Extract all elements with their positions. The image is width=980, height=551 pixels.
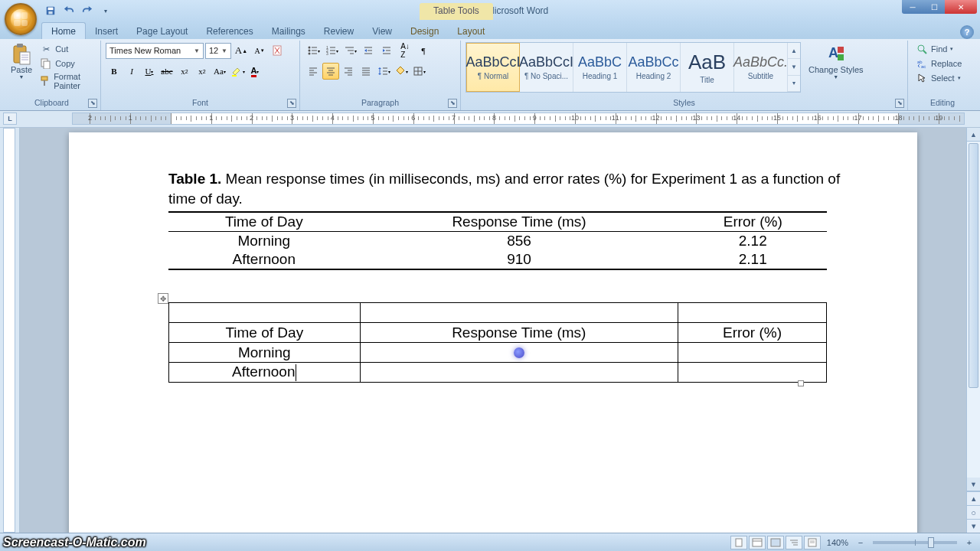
tab-view[interactable]: View	[363, 23, 401, 39]
show-marks-button[interactable]: ¶	[415, 42, 432, 59]
tab-page-layout[interactable]: Page Layout	[127, 23, 197, 39]
t1-header[interactable]: Response Time (ms)	[360, 212, 679, 232]
browse-object-button[interactable]: ○	[967, 505, 980, 519]
style-title[interactable]: AaBTitle	[681, 43, 734, 92]
increase-indent-button[interactable]	[378, 42, 395, 59]
vertical-ruler[interactable]	[0, 128, 20, 533]
web-layout-view[interactable]	[767, 536, 784, 549]
style-heading2[interactable]: AaBbCcHeading 2	[627, 43, 681, 92]
next-page-button[interactable]: ▾	[967, 519, 980, 533]
strikethrough-button[interactable]: abc	[158, 63, 175, 80]
table-2[interactable]: Time of DayResponse Time (ms)Error (%) M…	[168, 302, 827, 383]
maximize-button[interactable]: ☐	[923, 0, 945, 14]
svg-rect-12	[44, 80, 45, 86]
scroll-down-button[interactable]: ▼	[967, 478, 980, 491]
clipboard-launcher[interactable]: ⬊	[88, 99, 97, 108]
find-icon	[916, 43, 928, 55]
multilevel-list-button[interactable]: ▾	[341, 42, 358, 59]
table-1[interactable]: Time of Day Response Time (ms) Error (%)…	[168, 211, 827, 270]
align-center-button[interactable]	[322, 63, 339, 80]
font-launcher[interactable]: ⬊	[287, 99, 296, 108]
find-button[interactable]: Find ▾	[913, 42, 965, 56]
paragraph-launcher[interactable]: ⬊	[448, 99, 457, 108]
group-editing: Find ▾ abacReplace Select ▾ Editing	[908, 41, 977, 110]
decrease-indent-button[interactable]	[360, 42, 377, 59]
tab-mailings[interactable]: Mailings	[263, 23, 315, 39]
select-button[interactable]: Select ▾	[913, 71, 965, 85]
tab-selector[interactable]: L	[3, 112, 17, 125]
scroll-thumb[interactable]	[969, 143, 978, 388]
vertical-scrollbar[interactable]: ▲ ▼ ▴ ○ ▾	[966, 128, 980, 533]
minimize-button[interactable]: ─	[902, 0, 923, 14]
clear-formatting-button[interactable]	[270, 42, 286, 59]
office-button[interactable]	[5, 3, 37, 35]
svg-rect-14	[232, 75, 237, 77]
save-icon[interactable]	[43, 3, 58, 18]
highlight-button[interactable]: ▾	[229, 63, 246, 80]
svg-point-62	[918, 45, 924, 51]
numbering-button[interactable]: 123▾	[323, 42, 340, 59]
t1-header[interactable]: Error (%)	[678, 212, 827, 232]
bold-button[interactable]: B	[106, 63, 122, 80]
full-screen-view[interactable]	[749, 536, 766, 549]
prev-page-button[interactable]: ▴	[967, 491, 980, 505]
zoom-in-button[interactable]: +	[963, 538, 975, 547]
tab-insert[interactable]: Insert	[86, 23, 127, 39]
styles-gallery[interactable]: AaBbCcI¶ Normal AaBbCcI¶ No Spaci... AaB…	[466, 42, 801, 93]
grow-font-button[interactable]: A▲	[233, 42, 250, 59]
style-normal[interactable]: AaBbCcI¶ Normal	[466, 43, 520, 92]
subscript-button[interactable]: x2	[176, 63, 193, 80]
align-right-button[interactable]	[340, 63, 357, 80]
table-move-handle[interactable]: ✥	[158, 293, 168, 304]
bullets-button[interactable]: ▾	[305, 42, 322, 59]
cut-button[interactable]: ✂Cut	[37, 42, 96, 56]
tab-home[interactable]: Home	[41, 22, 86, 39]
tab-references[interactable]: References	[197, 23, 262, 39]
change-case-button[interactable]: Aa▾	[211, 63, 228, 80]
redo-icon[interactable]	[80, 3, 95, 18]
close-button[interactable]: ✕	[945, 0, 977, 14]
underline-button[interactable]: U▾	[141, 63, 158, 80]
style-heading1[interactable]: AaBbCHeading 1	[573, 43, 627, 92]
shrink-font-button[interactable]: A▼	[251, 42, 268, 59]
tab-review[interactable]: Review	[315, 23, 363, 39]
style-subtitle[interactable]: AaBbCc.Subtitle	[734, 43, 788, 92]
font-size-combo[interactable]: 12▼	[205, 43, 231, 59]
sort-button[interactable]: A↓Z	[397, 42, 413, 59]
document-viewport[interactable]: Table 1. Mean response times (in millise…	[20, 128, 966, 533]
change-styles-button[interactable]: A Change Styles▼	[805, 42, 867, 81]
paragraph-label: Paragraph	[361, 98, 399, 107]
format-painter-button[interactable]: Format Painter	[37, 71, 96, 91]
tab-layout[interactable]: Layout	[448, 23, 494, 39]
qat-more-icon[interactable]: ▾	[98, 3, 113, 18]
replace-icon: abac	[916, 57, 928, 70]
shading-button[interactable]: ▾	[393, 63, 410, 80]
styles-scroll[interactable]: ▲▼▾	[788, 43, 800, 92]
style-no-spacing[interactable]: AaBbCcI¶ No Spaci...	[520, 43, 573, 92]
table-caption[interactable]: Table 1. Mean response times (in millise…	[168, 169, 848, 208]
italic-button[interactable]: I	[123, 63, 140, 80]
t1-header[interactable]: Time of Day	[168, 212, 360, 232]
zoom-out-button[interactable]: −	[854, 538, 867, 547]
outline-view[interactable]	[786, 536, 802, 549]
line-spacing-button[interactable]: ▾	[375, 63, 392, 80]
copy-button[interactable]: Copy	[37, 57, 96, 70]
zoom-level[interactable]: 140%	[827, 538, 848, 547]
align-left-button[interactable]	[305, 63, 322, 80]
horizontal-ruler[interactable]: L 2112345678910111213141516171819	[0, 111, 980, 128]
print-layout-view[interactable]	[730, 536, 747, 549]
zoom-slider[interactable]	[873, 541, 957, 544]
replace-button[interactable]: abacReplace	[913, 57, 965, 70]
superscript-button[interactable]: x2	[194, 63, 211, 80]
tab-design[interactable]: Design	[401, 23, 448, 39]
help-button[interactable]: ?	[960, 25, 974, 39]
font-name-combo[interactable]: Times New Roman▼	[106, 43, 204, 59]
undo-icon[interactable]	[61, 3, 77, 18]
draft-view[interactable]	[804, 536, 821, 549]
borders-button[interactable]: ▾	[410, 63, 427, 80]
justify-button[interactable]	[358, 63, 374, 80]
font-color-button[interactable]: A▾	[247, 63, 263, 80]
paste-button[interactable]: Paste ▼	[8, 42, 35, 81]
styles-launcher[interactable]: ⬊	[895, 99, 904, 108]
scroll-up-button[interactable]: ▲	[967, 128, 980, 142]
